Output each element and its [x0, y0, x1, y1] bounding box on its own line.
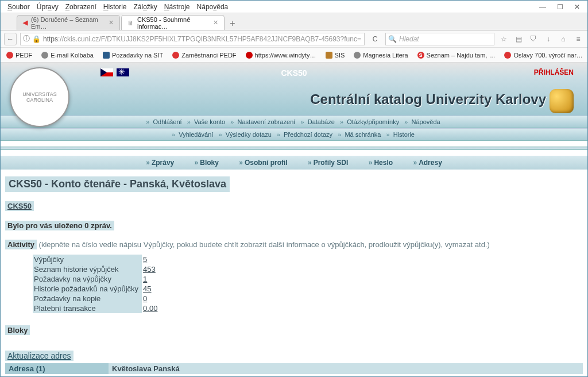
favicon-page-icon: 🗎	[127, 20, 134, 26]
address-row: Adresa (1) Květoslava Panská	[5, 363, 583, 374]
tabstrip: ◀ (6) Doručené – Seznam Em… ✕ 🗎 CKS50 - …	[1, 13, 587, 30]
tab-label: CKS50 - Souhrnné informac…	[137, 16, 210, 30]
library-icon[interactable]: ▤	[513, 35, 524, 43]
bookmark-star-icon[interactable]: ☆	[498, 35, 509, 43]
maximize-icon[interactable]: ☐	[556, 3, 563, 11]
info-icon: ⓘ	[23, 34, 30, 44]
table-row: Požadavky na výpůjčky1	[33, 274, 161, 284]
nav-vysledky[interactable]: Výsledky dotazu	[226, 131, 272, 138]
bookmark-item[interactable]: E-mail Kolbaba	[39, 51, 96, 60]
gold-orb-icon	[550, 89, 574, 113]
subnav-adresy[interactable]: »Adresy	[413, 159, 442, 167]
subnav-heslo[interactable]: »Heslo	[369, 159, 393, 167]
flag-cz-icon[interactable]	[100, 68, 113, 76]
favicon-seznam-icon: ◀	[23, 19, 28, 26]
minimize-icon[interactable]: —	[539, 3, 546, 11]
primary-nav: » Odhlášení » Vaše konto » Nastavení zob…	[1, 116, 587, 128]
menu-historie[interactable]: Historie	[100, 2, 130, 12]
history-link[interactable]: 453	[142, 264, 161, 274]
transactions-link[interactable]: 0.00	[142, 303, 161, 313]
bookmark-item[interactable]: Magnesia Litera	[351, 51, 410, 60]
site-title: Centrální katalog Univerzity Karlovy	[310, 91, 546, 107]
nav-predchozi[interactable]: Předchozí dotazy	[284, 131, 332, 138]
search-icon: 🔍	[388, 35, 397, 43]
bookmark-item[interactable]: Zaměstnanci PEDF	[170, 51, 238, 60]
university-seal-icon: UNIVERSITASCAROLINA	[10, 67, 69, 127]
reload-button[interactable]: C	[368, 35, 382, 43]
holds-history-link[interactable]: 45	[142, 284, 161, 294]
menu-napoveda[interactable]: Nápověda	[194, 2, 232, 12]
nav-nastaveni[interactable]: Nastavení zobrazení	[238, 118, 296, 125]
bookmark-item[interactable]: SIS	[323, 51, 347, 60]
nav-otazky[interactable]: Otázky/připomínky	[347, 118, 399, 125]
table-row: Výpůjčky5	[33, 255, 161, 264]
tab-close-icon[interactable]: ✕	[109, 19, 114, 26]
page-title: CKS50 - Konto čtenáře - Panská, Květosla…	[5, 176, 230, 192]
page-content: UNIVERSITASCAROLINA CKS50 PŘIHLÁŠEN Cent…	[1, 63, 587, 376]
activities-heading: Aktivity (klepněte na číslo vedle nápisu…	[5, 240, 583, 249]
table-row: Seznam historie výpůjček453	[33, 264, 161, 274]
menu-soubor[interactable]: Soubor	[4, 2, 33, 12]
menu-zobrazeni[interactable]: Zobrazení	[62, 2, 100, 12]
subnav-bloky[interactable]: »Bloky	[195, 159, 219, 167]
menu-upravy[interactable]: Úpravy	[33, 2, 62, 12]
nav-vyhledavani[interactable]: Vyhledávání	[179, 131, 213, 138]
table-row: Požadavky na kopie0	[33, 294, 161, 303]
tab-close-icon[interactable]: ✕	[213, 19, 218, 26]
subnav-zpravy[interactable]: »Zprávy	[146, 159, 174, 167]
nav-napoveda[interactable]: Nápověda	[412, 118, 440, 125]
menu-nastroje[interactable]: Nástroje	[161, 2, 194, 12]
bookmark-item[interactable]: SSeznam – Najdu tam, …	[415, 51, 498, 60]
search-placeholder: Hledat	[399, 35, 419, 43]
login-status: PŘIHLÁŠEN	[534, 68, 574, 76]
header-code: CKS50	[14, 68, 574, 78]
holds-link[interactable]: 1	[142, 274, 161, 284]
menu-zalozky[interactable]: Záložky	[130, 2, 160, 12]
bookmark-item[interactable]: Pozadavky na SIT	[100, 51, 165, 60]
address-label: Adresa (1)	[5, 363, 109, 374]
url-scheme: https	[43, 35, 58, 43]
library-link[interactable]: CKS50	[5, 201, 34, 211]
account-subnav: »Zprávy »Bloky »Osobní profil »Profily S…	[1, 156, 587, 170]
bookmark-item[interactable]: https://www.windyty…	[243, 51, 319, 60]
site-header: UNIVERSITASCAROLINA CKS50 PŘIHLÁŠEN Cent…	[1, 63, 587, 116]
nav-historie[interactable]: Historie	[393, 131, 415, 138]
nav-vase-konto[interactable]: Vaše konto	[194, 118, 225, 125]
nav-schranka[interactable]: Má schránka	[345, 131, 381, 138]
tab-seznam[interactable]: ◀ (6) Doručené – Seznam Em… ✕	[17, 15, 120, 30]
activities-table: Výpůjčky5 Seznam historie výpůjček453 Po…	[33, 255, 161, 313]
address-value: Květoslava Panská	[109, 363, 583, 374]
nav-databaze[interactable]: Databáze	[308, 118, 335, 125]
table-row: Platební transakce0.00	[33, 303, 161, 313]
url-path: /F/DTKUJJ8KS2PF5HIXL7TPGQIB3NRKL57HP5AF8…	[99, 35, 361, 43]
downloads-icon[interactable]: ↓	[543, 35, 554, 43]
menubar: Soubor Úpravy Zobrazení Historie Záložky…	[1, 1, 587, 13]
menu-icon[interactable]: ≡	[572, 35, 584, 43]
table-row: Historie požadavků na výpůjčky45	[33, 284, 161, 294]
pocket-icon[interactable]: ⛉	[528, 35, 539, 43]
blocks-heading: Bloky	[5, 326, 583, 334]
url-host: ://ckis.cuni.cz	[58, 35, 99, 43]
update-addresses-link[interactable]: Aktualizace adres	[5, 351, 74, 361]
lock-icon: 🔒	[32, 35, 41, 43]
new-tab-button[interactable]: +	[226, 17, 239, 30]
subnav-sdi[interactable]: »Profily SDI	[308, 159, 348, 167]
bookmark-item[interactable]: Oslavy 700. výročí nar…	[502, 51, 585, 60]
copy-requests-link[interactable]: 0	[142, 294, 161, 303]
secondary-nav: » Vyhledávání » Výsledky dotazu » Předch…	[1, 128, 587, 141]
loans-link[interactable]: 5	[142, 255, 161, 264]
nav-odhlaseni[interactable]: Odhlášení	[153, 118, 182, 125]
url-input[interactable]: ⓘ 🔒 https ://ckis.cuni.cz /F/DTKUJJ8KS2P…	[20, 33, 365, 45]
search-input[interactable]: 🔍 Hledat	[385, 33, 494, 45]
back-button[interactable]: ←	[4, 33, 17, 45]
bookmark-item[interactable]: PEDF	[4, 51, 34, 60]
subnav-profil[interactable]: »Osobní profil	[239, 159, 287, 167]
messages-line: Bylo pro vás uloženo 0 zpráv.	[5, 221, 583, 230]
home-icon[interactable]: ⌂	[558, 35, 569, 43]
close-icon[interactable]: ✕	[574, 3, 581, 11]
tab-cks50[interactable]: 🗎 CKS50 - Souhrnné informac… ✕	[121, 15, 225, 30]
tab-label: (6) Doručené – Seznam Em…	[31, 16, 105, 30]
bookmarks-bar: PEDF E-mail Kolbaba Pozadavky na SIT Zam…	[1, 48, 587, 63]
toolbar: ← ⓘ 🔒 https ://ckis.cuni.cz /F/DTKUJJ8KS…	[1, 30, 587, 48]
flag-uk-icon[interactable]	[117, 68, 129, 76]
